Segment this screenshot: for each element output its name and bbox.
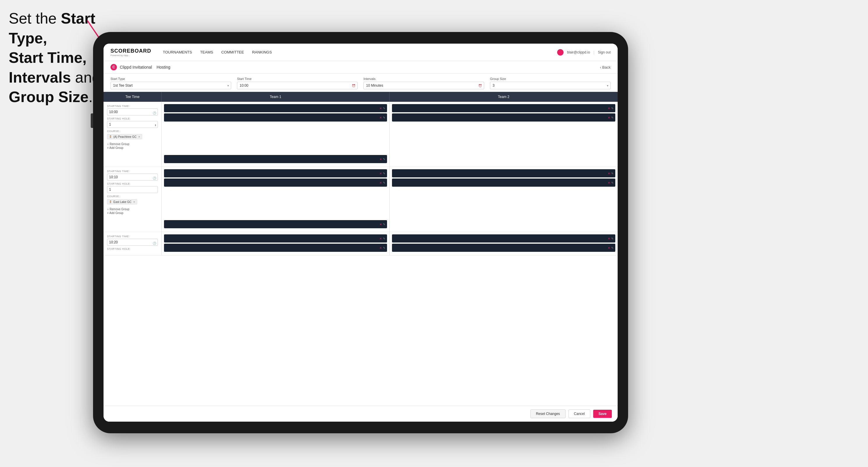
start-type-control: Start Type 1st Tee Start Shotgun Start: [111, 77, 231, 89]
logo-text: SCOREBOARD: [111, 48, 151, 54]
slot-x-3-1[interactable]: ✕: [379, 237, 382, 240]
nav-rankings[interactable]: RANKINGS: [252, 49, 272, 56]
slot-x-2-5[interactable]: ✕: [379, 223, 382, 226]
instruction-text: Set the Start Type, Start Time, Interval…: [9, 9, 105, 107]
group-size-wrapper: 3 2 4: [490, 82, 611, 89]
course-chip-name-2: East Lake GC: [114, 200, 131, 204]
reset-button[interactable]: Reset Changes: [530, 409, 565, 418]
remove-group-btn-2[interactable]: ○ Remove Group: [107, 207, 129, 211]
starting-hole-input-1[interactable]: [107, 121, 158, 128]
group-row-2: STARTING TIME: 🕐 STARTING HOLE: COURSE: …: [103, 167, 618, 232]
logo-sub: Powered by clipp...: [111, 54, 151, 57]
user-avatar: [557, 49, 563, 56]
starting-time-label-3: STARTING TIME:: [107, 235, 158, 238]
start-type-select[interactable]: 1st Tee Start Shotgun Start: [111, 82, 231, 89]
slot-edit-3-4[interactable]: ✎: [611, 246, 614, 249]
slot-actions-3-2: ✕ ✎: [379, 246, 385, 249]
tablet-frame: SCOREBOARD Powered by clipp... TOURNAMEN…: [93, 32, 628, 433]
slot-actions-2-5: ✕ ✎: [379, 223, 385, 226]
slot-edit-3-1[interactable]: ✎: [383, 237, 385, 240]
add-group-btn-2[interactable]: + Add Group: [107, 211, 123, 215]
start-time-input[interactable]: [237, 82, 358, 89]
save-button[interactable]: Save: [593, 410, 612, 418]
table-header: Tee Time Team 1 Team 2: [103, 92, 618, 102]
slot-actions-1-4: ✕ ✎: [608, 116, 614, 119]
slot-x-3-2[interactable]: ✕: [379, 246, 382, 249]
group-size-select[interactable]: 3 2 4: [490, 82, 611, 89]
slot-actions-2-3: ✕ ✎: [608, 172, 614, 175]
remove-group-label-2: Remove Group: [110, 208, 129, 211]
slot-edit-1-5[interactable]: ✎: [383, 158, 385, 161]
player-slot-2-3: ✕ ✎: [392, 169, 615, 177]
starting-hole-label-2: STARTING HOLE:: [107, 182, 158, 185]
starting-time-input-3[interactable]: [107, 239, 158, 246]
group-3-team1: ✕ ✎ ✕ ✎: [162, 232, 390, 255]
slot-edit-1-4[interactable]: ✎: [611, 116, 614, 119]
group-size-label: Group Size: [490, 77, 611, 81]
slot-x-1-2[interactable]: ✕: [379, 116, 382, 119]
slot-x-2-3[interactable]: ✕: [608, 172, 610, 175]
slot-edit-1-3[interactable]: ✎: [611, 107, 614, 110]
cancel-button[interactable]: Cancel: [568, 409, 590, 418]
group-size-control: Group Size 3 2 4: [490, 77, 611, 89]
back-button[interactable]: ‹ Back: [600, 65, 611, 69]
player-slot-1-2: ✕ ✎: [164, 114, 387, 122]
group-2-team1-extra: ✕ ✎: [162, 218, 390, 232]
clock-icon-3: 🕐: [153, 242, 156, 245]
slot-x-1-3[interactable]: ✕: [608, 107, 610, 110]
starting-time-input-2[interactable]: [107, 174, 158, 181]
slot-edit-1-2[interactable]: ✎: [383, 116, 385, 119]
slot-actions-2-4: ✕ ✎: [608, 181, 614, 184]
slot-x-2-1[interactable]: ✕: [379, 172, 382, 175]
remove-group-icon-1: ○: [107, 143, 109, 146]
group-actions-1: ○ Remove Group + Add Group: [107, 142, 158, 150]
slot-edit-2-1[interactable]: ✎: [383, 172, 385, 175]
nav-committee[interactable]: COMMITTEE: [221, 49, 244, 56]
slot-edit-2-2[interactable]: ✎: [383, 181, 385, 184]
slot-edit-3-2[interactable]: ✎: [383, 246, 385, 249]
sign-out-link[interactable]: Sign out: [598, 50, 611, 54]
player-slot-2-4: ✕ ✎: [392, 179, 615, 187]
starting-time-label-2: STARTING TIME:: [107, 170, 158, 173]
slot-x-1-4[interactable]: ✕: [608, 116, 610, 119]
slot-edit-3-3[interactable]: ✎: [611, 237, 614, 240]
slot-actions-3-3: ✕ ✎: [608, 237, 614, 240]
slot-x-1-5[interactable]: ✕: [379, 158, 382, 161]
player-slot-3-3: ✕ ✎: [392, 235, 615, 243]
tablet-screen: SCOREBOARD Powered by clipp... TOURNAMEN…: [103, 43, 618, 422]
slot-edit-2-3[interactable]: ✎: [611, 172, 614, 175]
slot-x-3-3[interactable]: ✕: [608, 237, 610, 240]
intervals-select[interactable]: 10 Minutes 8 Minutes 12 Minutes: [364, 82, 484, 89]
course-chip-remove-2[interactable]: ×: [133, 200, 135, 204]
start-time-control: Start Time: [237, 77, 358, 89]
group-row-3: STARTING TIME: 🕐 STARTING HOLE: ✕ ✎: [103, 232, 618, 256]
slot-x-1-1[interactable]: ✕: [379, 107, 382, 110]
slot-x-2-4[interactable]: ✕: [608, 181, 610, 184]
starting-hole-label-3: STARTING HOLE:: [107, 247, 158, 250]
nav-links: TOURNAMENTS TEAMS COMMITTEE RANKINGS: [163, 49, 557, 56]
slot-x-2-2[interactable]: ✕: [379, 181, 382, 184]
start-type-label: Start Type: [111, 77, 231, 81]
add-group-btn-1[interactable]: + Add Group: [107, 146, 123, 150]
tournament-name: Clippd Invitational: [120, 65, 152, 69]
hosting-label: Hosting: [156, 65, 170, 69]
starting-time-input-1[interactable]: [107, 108, 158, 116]
nav-teams[interactable]: TEAMS: [200, 49, 213, 56]
slot-edit-1-1[interactable]: ✎: [383, 107, 385, 110]
remove-group-btn-1[interactable]: ○ Remove Group: [107, 142, 129, 146]
group-row-1: STARTING TIME: 🕐 STARTING HOLE: COURSE: …: [103, 102, 618, 167]
course-chip-remove-1[interactable]: ×: [138, 135, 140, 138]
nav-tournaments[interactable]: TOURNAMENTS: [163, 49, 192, 56]
starting-hole-input-2[interactable]: [107, 186, 158, 193]
intervals-wrapper: 10 Minutes 8 Minutes 12 Minutes: [364, 82, 484, 89]
start-time-wrapper: [237, 82, 358, 89]
course-label-2: COURSE:: [107, 195, 158, 198]
group-2-team1: ✕ ✎ ✕ ✎: [162, 167, 390, 218]
group-1-left: STARTING TIME: 🕐 STARTING HOLE: COURSE: …: [103, 102, 162, 153]
group-3-left: STARTING TIME: 🕐 STARTING HOLE:: [103, 232, 162, 255]
group-1-team1-extra: ✕ ✎: [162, 153, 390, 167]
player-slot-1-1: ✕ ✎: [164, 104, 387, 112]
slot-edit-2-4[interactable]: ✎: [611, 181, 614, 184]
slot-x-3-4[interactable]: ✕: [608, 246, 610, 249]
slot-edit-2-5[interactable]: ✎: [383, 223, 385, 226]
